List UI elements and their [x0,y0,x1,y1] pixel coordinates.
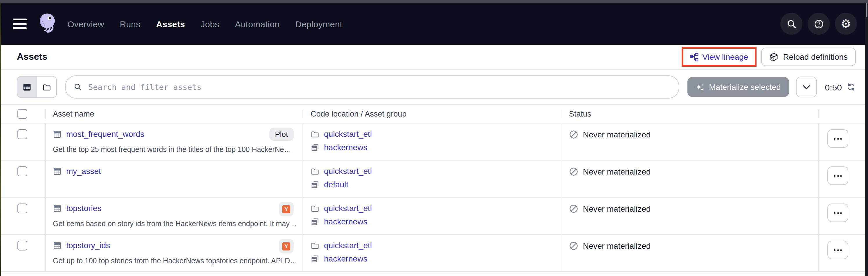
sparkle-icon [695,82,704,91]
row-checkbox[interactable] [18,204,27,213]
kind-tag-hackernews[interactable]: Y [279,202,294,216]
materialize-dropdown-button[interactable] [796,76,817,97]
asset-group-link[interactable]: hackernews [324,217,367,226]
gear-icon: ⚙ [841,18,851,30]
never-materialized-icon [569,167,578,176]
asset-group-icon [311,143,319,151]
help-button[interactable] [808,13,830,35]
asset-table-icon [53,130,62,138]
asset-table-icon [53,241,62,250]
table-row: topstory_ids Y Get up to 100 top stories… [1,235,865,272]
screen: Overview Runs Assets Jobs Automation Dep… [0,0,868,276]
nav-item-assets[interactable]: Assets [156,19,185,29]
refresh-icon [846,82,856,92]
settings-button[interactable]: ⚙ [835,13,857,35]
table-row: topstories Y Get items based on story id… [1,198,865,235]
kind-tag-plot[interactable]: Plot [269,128,294,141]
chevron-down-icon [803,85,810,89]
nav-item-deployment[interactable]: Deployment [295,19,342,29]
asset-group-link[interactable]: hackernews [324,254,367,263]
row-checkbox[interactable] [18,129,27,139]
page-header: Assets View lineage Reload definitions [1,45,865,70]
nav-item-overview[interactable]: Overview [67,19,104,29]
lineage-icon [689,53,698,61]
reload-schema-icon [769,52,778,62]
row-checkbox[interactable] [18,166,27,176]
row-menu-button[interactable] [827,241,848,259]
nav-item-runs[interactable]: Runs [120,19,141,29]
row-checkbox[interactable] [18,241,27,250]
materialize-selected-button[interactable]: Materialize selected [687,77,789,97]
nav-links: Overview Runs Assets Jobs Automation Dep… [67,19,342,29]
table-header-row: Asset name Code location / Asset group S… [1,105,865,124]
never-materialized-icon [569,241,578,250]
column-header-code-location: Code location / Asset group [311,110,406,118]
folder-icon [311,130,319,138]
column-header-asset-name: Asset name [53,110,94,118]
refresh-button[interactable] [846,82,856,92]
help-icon [814,19,824,29]
folder-icon [311,241,319,250]
row-menu-button[interactable] [827,129,848,148]
asset-group-link[interactable]: default [324,180,348,189]
search-filter-bar[interactable] [65,75,679,99]
scrollbar-thumb[interactable] [866,2,867,17]
folder-icon [311,167,319,175]
desktop-edge-left [0,0,1,276]
asset-table-icon [53,167,62,175]
status-text: Never materialized [583,241,651,250]
folder-icon [311,204,319,212]
asset-name-link[interactable]: most_frequent_words [66,129,144,139]
asset-group-icon [311,180,319,189]
reload-definitions-button[interactable]: Reload definitions [761,47,856,66]
folder-view-button[interactable] [37,76,56,97]
status-text: Never materialized [583,130,651,139]
table-bottom-spacer [1,272,865,276]
dagster-window: Overview Runs Assets Jobs Automation Dep… [1,3,865,276]
table-view-button[interactable] [18,76,37,97]
column-header-status: Status [569,110,591,118]
assets-toolbar: Materialize selected 0:50 [1,70,865,105]
code-location-link[interactable]: quickstart_etl [324,241,372,250]
window-top-strip [0,0,868,3]
code-location-link[interactable]: quickstart_etl [324,129,372,139]
asset-table-icon [53,204,62,212]
row-menu-button[interactable] [827,204,848,222]
asset-name-link[interactable]: my_asset [66,166,101,176]
kind-tag-hackernews[interactable]: Y [279,239,294,253]
code-location-link[interactable]: quickstart_etl [324,166,372,176]
status-text: Never materialized [583,204,651,213]
asset-group-icon [311,217,319,226]
table-view-icon [23,82,31,91]
search-icon [786,19,796,29]
nav-item-jobs[interactable]: Jobs [200,19,219,29]
asset-description: Get the top 25 most frequent words in th… [53,145,296,154]
asset-group-link[interactable]: hackernews [324,143,367,152]
never-materialized-icon [569,204,578,213]
search-icon [74,83,82,91]
never-materialized-icon [569,130,578,139]
row-menu-button[interactable] [827,166,848,185]
asset-name-link[interactable]: topstory_ids [66,241,110,250]
table-row: most_frequent_words Plot Get the top 25 … [1,124,865,161]
select-all-checkbox[interactable] [18,109,27,119]
page-title: Assets [17,51,47,62]
table-row: my_asset quickstart_etl default [1,161,865,198]
status-text: Never materialized [583,167,651,176]
window-scrollbar-track[interactable] [865,0,868,276]
assets-table: Asset name Code location / Asset group S… [1,105,865,276]
refresh-countdown: 0:50 [825,82,842,92]
nav-item-automation[interactable]: Automation [235,19,280,29]
dagster-logo[interactable] [35,11,59,37]
click-highlight-box: View lineage [681,47,756,67]
search-input[interactable] [87,82,671,92]
search-button[interactable] [780,13,802,35]
asset-name-link[interactable]: topstories [66,204,101,213]
top-nav: Overview Runs Assets Jobs Automation Dep… [1,3,865,45]
hamburger-menu-icon[interactable] [13,19,27,29]
asset-group-icon [311,254,319,263]
code-location-link[interactable]: quickstart_etl [324,204,372,213]
asset-description: Get up to 100 top stories from the Hacke… [53,257,296,265]
view-mode-toggle [17,76,57,98]
view-lineage-button[interactable]: View lineage [683,49,754,65]
